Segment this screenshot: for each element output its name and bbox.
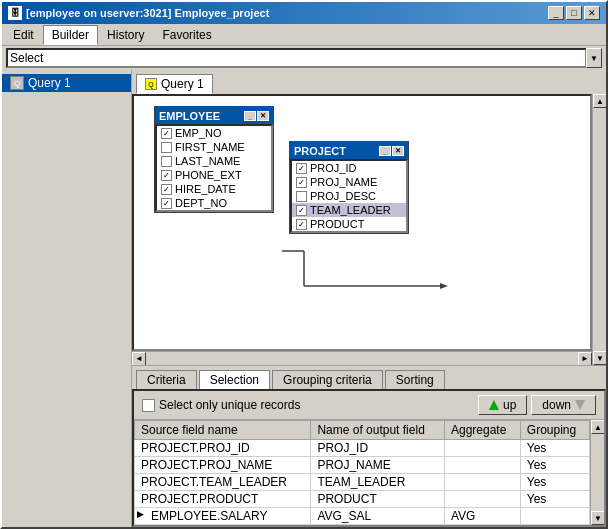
employee-minimize-btn[interactable]: _ (244, 111, 256, 121)
minimize-button[interactable]: _ (548, 6, 564, 20)
proj-id-checkbox[interactable] (296, 163, 307, 174)
field-emp-no[interactable]: EMP_NO (157, 126, 271, 140)
table-row[interactable]: PROJECT.PROJ_NAMEPROJ_NAMEYes (135, 457, 590, 474)
menu-bar: Edit Builder History Favorites (2, 24, 606, 46)
svg-marker-3 (440, 283, 448, 289)
table-row[interactable]: PROJECT.PROJ_IDPROJ_IDYes (135, 440, 590, 457)
project-header-buttons: _ ✕ (379, 146, 404, 156)
last-name-checkbox[interactable] (161, 156, 172, 167)
employee-table-body: EMP_NO FIRST_NAME LAST_NAME (155, 124, 273, 212)
down-button[interactable]: down (531, 395, 596, 415)
last-name-label: LAST_NAME (175, 155, 240, 167)
field-first-name[interactable]: FIRST_NAME (157, 140, 271, 154)
sidebar-item-label: Query 1 (28, 76, 71, 90)
scroll-left-btn[interactable]: ◄ (132, 352, 146, 366)
query-icon: Q (10, 76, 24, 90)
proj-name-label: PROJ_NAME (310, 176, 377, 188)
product-label: PRODUCT (310, 218, 364, 230)
product-checkbox[interactable] (296, 219, 307, 230)
up-icon (489, 400, 499, 410)
tab-selection[interactable]: Selection (199, 370, 270, 389)
close-button[interactable]: ✕ (584, 6, 600, 20)
toolbar-row: Select Insert Update Delete ▼ (2, 46, 606, 70)
table-row[interactable]: PROJECT.TEAM_LEADERTEAM_LEADERYes (135, 474, 590, 491)
selection-table-scroll[interactable]: Source field name Name of output field A… (134, 420, 590, 525)
dropdown-arrow[interactable]: ▼ (586, 48, 602, 68)
tab-criteria[interactable]: Criteria (136, 370, 197, 389)
unique-records-checkbox[interactable] (142, 399, 155, 412)
unique-records-label: Select only unique records (142, 398, 300, 412)
app-icon: 🗄 (8, 6, 22, 20)
first-name-label: FIRST_NAME (175, 141, 245, 153)
field-proj-name[interactable]: PROJ_NAME (292, 175, 406, 189)
scroll-up-btn[interactable]: ▲ (593, 94, 606, 108)
employee-table-header: EMPLOYEE _ ✕ (155, 108, 273, 124)
project-table: PROJECT _ ✕ PROJ_ID (289, 141, 409, 234)
project-title: PROJECT (294, 145, 346, 157)
selection-table-container: Source field name Name of output field A… (134, 420, 604, 525)
proj-name-checkbox[interactable] (296, 177, 307, 188)
menu-edit[interactable]: Edit (4, 25, 43, 45)
employee-close-btn[interactable]: ✕ (257, 111, 269, 121)
project-table-header: PROJECT _ ✕ (290, 143, 408, 159)
window-title: [employee on userver:3021] Employee_proj… (26, 7, 269, 19)
up-button[interactable]: up (478, 395, 527, 415)
query-tab-icon: Q (145, 78, 157, 90)
proj-desc-label: PROJ_DESC (310, 190, 376, 202)
first-name-checkbox[interactable] (161, 142, 172, 153)
team-leader-checkbox[interactable] (296, 205, 307, 216)
hire-date-label: HIRE_DATE (175, 183, 236, 195)
phone-ext-checkbox[interactable] (161, 170, 172, 181)
proj-desc-checkbox[interactable] (296, 191, 307, 202)
field-proj-id[interactable]: PROJ_ID (292, 161, 406, 175)
emp-no-checkbox[interactable] (161, 128, 172, 139)
main-content: Q Query 1 Q Query 1 (2, 70, 606, 527)
select-dropdown[interactable]: Select Insert Update Delete (6, 48, 587, 68)
table-row[interactable]: ▶EMPLOYEE.SALARYAVG_SALAVG (135, 508, 590, 525)
field-product[interactable]: PRODUCT (292, 217, 406, 231)
tab-sorting[interactable]: Sorting (385, 370, 445, 389)
hire-date-checkbox[interactable] (161, 184, 172, 195)
menu-builder[interactable]: Builder (43, 25, 98, 45)
project-minimize-btn[interactable]: _ (379, 146, 391, 156)
scroll-right-btn[interactable]: ► (578, 352, 592, 366)
dept-no-label: DEPT_NO (175, 197, 227, 209)
tab-query1-label: Query 1 (161, 77, 204, 91)
scroll-down-btn[interactable]: ▼ (593, 351, 606, 365)
selection-toolbar: Select only unique records up down (134, 391, 604, 420)
bottom-panel: Select only unique records up down (132, 389, 606, 527)
down-label: down (542, 398, 571, 412)
employee-title: EMPLOYEE (159, 110, 220, 122)
menu-favorites[interactable]: Favorites (153, 25, 220, 45)
field-hire-date[interactable]: HIRE_DATE (157, 182, 271, 196)
tab-grouping[interactable]: Grouping criteria (272, 370, 383, 389)
field-last-name[interactable]: LAST_NAME (157, 154, 271, 168)
table-row[interactable]: PROJECT.PRODUCTPRODUCTYes (135, 491, 590, 508)
diagram-scrollbar-h[interactable]: ◄ ► (132, 351, 592, 365)
col-grouping: Grouping (520, 421, 589, 440)
title-buttons: _ □ ✕ (548, 6, 600, 20)
phone-ext-label: PHONE_EXT (175, 169, 242, 181)
main-window: 🗄 [employee on userver:3021] Employee_pr… (0, 0, 608, 529)
diagram-area[interactable]: EMPLOYEE _ ✕ EMP_NO (132, 94, 592, 351)
field-dept-no[interactable]: DEPT_NO (157, 196, 271, 210)
field-proj-desc[interactable]: PROJ_DESC (292, 189, 406, 203)
diagram-wrapper: EMPLOYEE _ ✕ EMP_NO (132, 94, 592, 365)
dept-no-checkbox[interactable] (161, 198, 172, 209)
proj-id-label: PROJ_ID (310, 162, 356, 174)
diagram-scrollbar-v[interactable]: ▲ ▼ (592, 94, 606, 365)
field-team-leader[interactable]: TEAM_LEADER (292, 203, 406, 217)
project-close-btn[interactable]: ✕ (392, 146, 404, 156)
tab-query1[interactable]: Q Query 1 (136, 74, 213, 94)
project-table-body: PROJ_ID PROJ_NAME PROJ_DESC (290, 159, 408, 233)
maximize-button[interactable]: □ (566, 6, 582, 20)
unique-records-text: Select only unique records (159, 398, 300, 412)
employee-table: EMPLOYEE _ ✕ EMP_NO (154, 106, 274, 213)
menu-history[interactable]: History (98, 25, 153, 45)
sel-scroll-down[interactable]: ▼ (591, 511, 604, 525)
sel-scroll-up[interactable]: ▲ (591, 420, 604, 434)
field-phone-ext[interactable]: PHONE_EXT (157, 168, 271, 182)
col-aggregate: Aggregate (444, 421, 520, 440)
sidebar-item-query1[interactable]: Q Query 1 (2, 74, 131, 92)
selection-scrollbar-v[interactable]: ▲ ▼ (590, 420, 604, 525)
